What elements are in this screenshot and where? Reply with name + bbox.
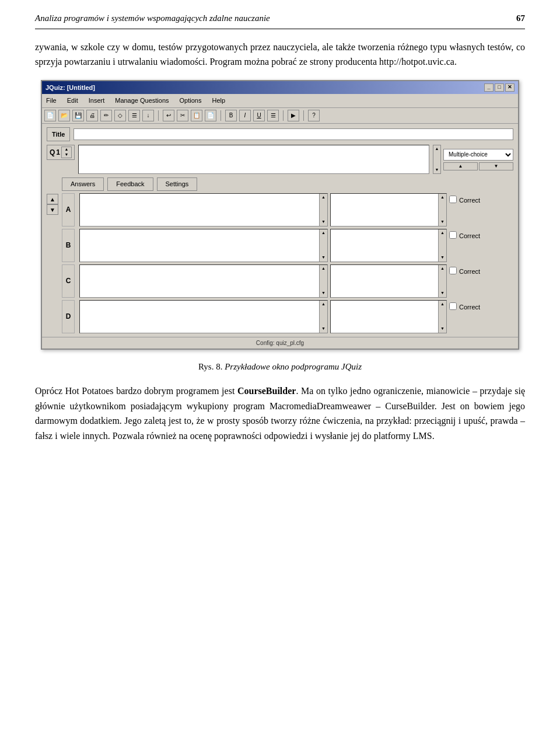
toolbar-edit1[interactable]: ✏ (100, 110, 112, 121)
question-type-dropdown[interactable]: Multiple-choice Short-answer Jumbled-sen… (443, 149, 513, 161)
correct-checkbox-d[interactable] (449, 302, 457, 310)
toolbar-underline[interactable]: U (253, 110, 265, 121)
answer-input-b[interactable] (80, 229, 319, 262)
minimize-button[interactable]: _ (484, 83, 494, 92)
menu-file[interactable]: File (44, 95, 58, 106)
correct-row-b: Correct (449, 229, 513, 261)
answer-input-c[interactable] (80, 265, 319, 297)
correct-row-c: Correct (449, 264, 513, 297)
correct-label-c: Correct (459, 267, 480, 277)
title-bar-buttons: _ □ ✕ (484, 83, 514, 92)
content-area: Title Q 1 ▲ ▼ ▲ ▼ (42, 124, 518, 337)
answer-letter-a: A (62, 193, 75, 227)
toolbar-edit2[interactable]: ◇ (114, 110, 126, 121)
title-bar-label: JQuiz: [Untitled] (46, 83, 95, 93)
jquiz-window: JQuiz: [Untitled] _ □ ✕ File Edit Insert… (41, 80, 519, 350)
feedback-c-scroll[interactable]: ▲ ▼ (438, 265, 446, 297)
type-arrows: ▲ ▼ (443, 162, 513, 170)
q-type-area: Multiple-choice Short-answer Jumbled-sen… (443, 149, 513, 170)
toolbar-preview[interactable]: ▶ (288, 110, 299, 121)
caption-text: Przykładowe okno podprogramu JQuiz (225, 362, 362, 371)
toolbar-undo[interactable]: ↩ (163, 110, 174, 121)
toolbar-separator-3 (283, 110, 284, 121)
feedback-input-b-wrapper: ▲ ▼ (330, 229, 447, 262)
answer-input-d[interactable] (80, 301, 319, 333)
correct-label-a: Correct (459, 196, 480, 205)
title-input[interactable] (74, 128, 513, 140)
toolbar-special1[interactable]: ☰ (267, 110, 279, 121)
answer-row-d: D ▲ ▼ ▲ ▼ (62, 300, 513, 333)
correct-checkbox-b[interactable] (449, 231, 457, 239)
answer-row-a: A ▲ ▼ ▲ ▼ (62, 193, 513, 227)
tabs-row: Answers Feedback Settings (62, 177, 513, 191)
nav-arrows: ▲ ▼ (47, 177, 58, 333)
nav-down-button[interactable]: ▼ (47, 204, 58, 215)
answer-input-c-wrapper: ▲ ▼ (79, 264, 328, 298)
feedback-b-scroll[interactable]: ▲ ▼ (438, 229, 446, 262)
menu-options[interactable]: Options (178, 95, 204, 106)
header-title: Analiza programów i systemów wspomagając… (35, 12, 270, 25)
answer-a-scroll[interactable]: ▲ ▼ (319, 194, 327, 226)
correct-checkbox-a[interactable] (449, 196, 457, 203)
q-right: ▲ ▼ Multiple-choice Short-answer Jumbled… (433, 145, 513, 174)
correct-row-d: Correct (449, 300, 513, 332)
toolbar-italic[interactable]: I (239, 110, 251, 121)
q-label: Q 1 ▲ ▼ (47, 145, 75, 160)
answers-section: ▲ ▼ Answers Feedback Settings A (47, 177, 513, 333)
toolbar-open[interactable]: 📂 (58, 110, 70, 121)
caption-prefix: Rys. 8. (198, 362, 223, 371)
correct-label-b: Correct (459, 231, 480, 241)
title-label: Title (47, 127, 70, 142)
toolbar-separator-4 (303, 110, 304, 121)
tab-feedback[interactable]: Feedback (107, 177, 153, 191)
menu-insert[interactable]: Insert (87, 95, 107, 106)
toolbar-separator-2 (220, 110, 221, 121)
answer-input-a[interactable] (80, 194, 319, 226)
question-row: Q 1 ▲ ▼ ▲ ▼ Multiple-choice (47, 145, 513, 174)
q-spinner-down[interactable]: ▼ (62, 152, 71, 158)
correct-checkbox-c[interactable] (449, 267, 457, 274)
maximize-button[interactable]: □ (495, 83, 504, 92)
answer-b-scroll[interactable]: ▲ ▼ (319, 229, 327, 262)
answers-list: A ▲ ▼ ▲ ▼ (62, 193, 513, 333)
answer-input-d-wrapper: ▲ ▼ (79, 300, 328, 333)
toolbar-edit3[interactable]: ☰ (128, 110, 140, 121)
feedback-input-d-wrapper: ▲ ▼ (330, 300, 447, 333)
close-button[interactable]: ✕ (505, 83, 514, 92)
toolbar-cut[interactable]: ✂ (177, 110, 188, 121)
tab-answers[interactable]: Answers (62, 177, 104, 191)
answer-letter-c: C (62, 264, 75, 298)
feedback-input-b[interactable] (331, 229, 438, 262)
answer-d-scroll[interactable]: ▲ ▼ (319, 301, 327, 333)
toolbar-bold[interactable]: B (225, 110, 237, 121)
toolbar-new[interactable]: 📄 (44, 110, 56, 121)
answer-c-scroll[interactable]: ▲ ▼ (319, 265, 327, 297)
menu-manage-questions[interactable]: Manage Questions (113, 95, 170, 106)
toolbar-save[interactable]: 💾 (72, 110, 84, 121)
question-scrollbar[interactable]: ▲ ▼ (433, 145, 441, 174)
type-arrow-down[interactable]: ▼ (479, 162, 513, 170)
toolbar-down[interactable]: ↓ (142, 110, 154, 121)
answer-input-a-wrapper: ▲ ▼ (79, 193, 328, 227)
menu-edit[interactable]: Edit (65, 95, 80, 106)
paragraph-1: zywania, w szkole czy w domu, testów prz… (35, 40, 525, 69)
nav-up-button[interactable]: ▲ (47, 194, 58, 204)
feedback-input-a[interactable] (331, 194, 438, 226)
menu-bar: File Edit Insert Manage Questions Option… (42, 94, 518, 108)
toolbar-copy[interactable]: 📋 (191, 110, 202, 121)
answer-letter-b: B (62, 229, 75, 262)
type-arrow-up[interactable]: ▲ (443, 162, 478, 170)
toolbar-help[interactable]: ? (308, 110, 320, 121)
feedback-input-c[interactable] (331, 265, 438, 297)
tab-settings[interactable]: Settings (157, 177, 198, 191)
toolbar-paste[interactable]: 📄 (205, 110, 216, 121)
question-textarea[interactable] (78, 145, 429, 174)
menu-help[interactable]: Help (210, 95, 227, 106)
toolbar-print[interactable]: 🖨 (86, 110, 98, 121)
main-tabs-area: Answers Feedback Settings A ▲ ▼ (62, 177, 513, 333)
feedback-a-scroll[interactable]: ▲ ▼ (438, 194, 446, 226)
header-page-num: 67 (516, 12, 525, 25)
feedback-input-d[interactable] (331, 301, 438, 333)
feedback-d-scroll[interactable]: ▲ ▼ (438, 301, 446, 333)
q-spinner[interactable]: ▲ ▼ (61, 147, 72, 158)
